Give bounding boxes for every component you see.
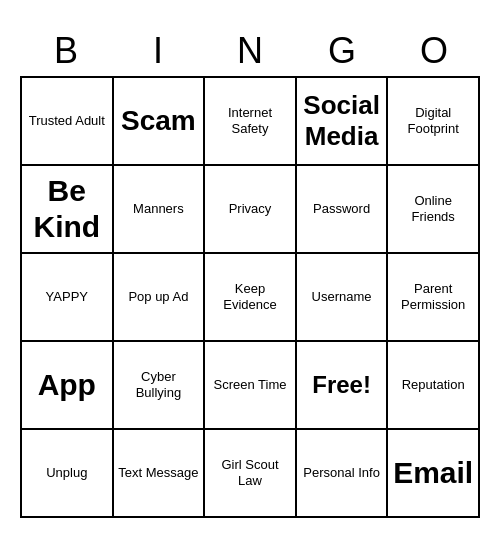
cell-r3-c0: App bbox=[22, 342, 114, 430]
cell-r4-c4: Email bbox=[388, 430, 480, 518]
cell-r1-c1: Manners bbox=[114, 166, 206, 254]
cell-r4-c0: Unplug bbox=[22, 430, 114, 518]
cell-r3-c1: Cyber Bullying bbox=[114, 342, 206, 430]
cell-r4-c2: Girl Scout Law bbox=[205, 430, 297, 518]
cell-r0-c0: Trusted Adult bbox=[22, 78, 114, 166]
cell-r4-c3: Personal Info bbox=[297, 430, 389, 518]
cell-r0-c4: Digital Footprint bbox=[388, 78, 480, 166]
cell-r4-c1: Text Message bbox=[114, 430, 206, 518]
header-i: I bbox=[112, 26, 204, 76]
cell-r0-c1: Scam bbox=[114, 78, 206, 166]
bingo-card: B I N G O Trusted AdultScamInternet Safe… bbox=[20, 26, 480, 518]
cell-r2-c3: Username bbox=[297, 254, 389, 342]
cell-r3-c2: Screen Time bbox=[205, 342, 297, 430]
cell-r1-c0: Be Kind bbox=[22, 166, 114, 254]
cell-r2-c4: Parent Permission bbox=[388, 254, 480, 342]
cell-r0-c2: Internet Safety bbox=[205, 78, 297, 166]
header-g: G bbox=[296, 26, 388, 76]
cell-r2-c1: Pop up Ad bbox=[114, 254, 206, 342]
cell-r1-c2: Privacy bbox=[205, 166, 297, 254]
header-b: B bbox=[20, 26, 112, 76]
cell-r2-c2: Keep Evidence bbox=[205, 254, 297, 342]
header-n: N bbox=[204, 26, 296, 76]
cell-r1-c3: Password bbox=[297, 166, 389, 254]
cell-r0-c3: Social Media bbox=[297, 78, 389, 166]
cell-r3-c3: Free! bbox=[297, 342, 389, 430]
cell-r3-c4: Reputation bbox=[388, 342, 480, 430]
bingo-header: B I N G O bbox=[20, 26, 480, 76]
bingo-grid: Trusted AdultScamInternet SafetySocial M… bbox=[20, 76, 480, 518]
cell-r1-c4: Online Friends bbox=[388, 166, 480, 254]
header-o: O bbox=[388, 26, 480, 76]
cell-r2-c0: YAPPY bbox=[22, 254, 114, 342]
